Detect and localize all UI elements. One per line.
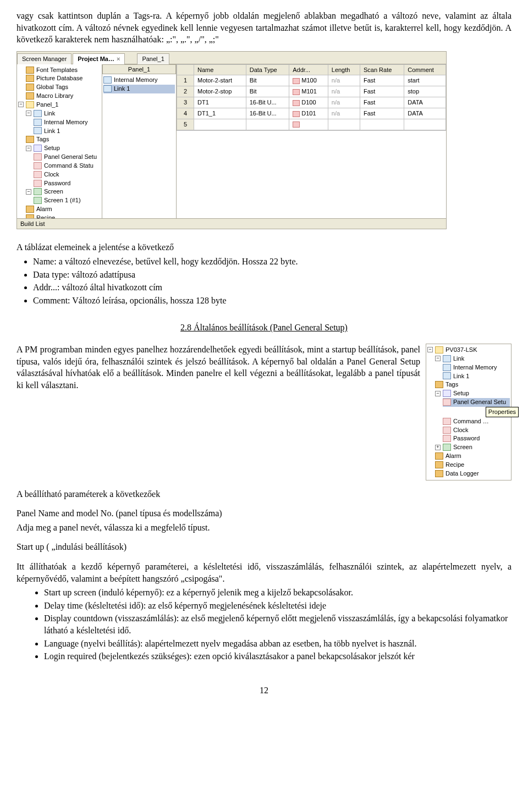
- tree-command-status[interactable]: Command & Statu: [34, 162, 101, 170]
- tree-link1[interactable]: Link 1: [34, 127, 101, 136]
- col-length[interactable]: Length: [328, 64, 360, 75]
- tree-alarm[interactable]: Alarm: [435, 452, 510, 461]
- tags-table-panel: Name Data Type Addr... Length Scan Rate …: [177, 64, 446, 218]
- addr-icon: [293, 100, 300, 106]
- tree-clock[interactable]: Clock: [443, 426, 510, 435]
- tree-alarm[interactable]: Alarm: [26, 205, 101, 214]
- tree-recipe[interactable]: Recipe: [435, 461, 510, 469]
- list-item: Comment: Változó leírása, opcionális, ho…: [33, 295, 512, 307]
- tree-command-status[interactable]: Command …: [443, 417, 510, 426]
- list-item: Delay time (késleltetési idő): az első k…: [44, 600, 512, 612]
- tree-recipe[interactable]: Recipe: [26, 214, 101, 218]
- tree-picture-db[interactable]: Picture Database: [26, 74, 101, 83]
- startup-heading: Start up ( „indulási beállítások): [16, 541, 512, 553]
- col-addr[interactable]: Addr...: [289, 64, 328, 75]
- tree-macro-library[interactable]: Macro Library: [26, 92, 101, 101]
- tree-link[interactable]: −Link: [26, 109, 101, 118]
- link-link1[interactable]: Link 1: [103, 85, 175, 93]
- table-row[interactable]: 5: [177, 119, 446, 130]
- col-name[interactable]: Name: [194, 64, 246, 75]
- tree-global-tags[interactable]: Global Tags: [26, 83, 101, 92]
- tree-font-templates[interactable]: Font Templates: [26, 66, 101, 75]
- col-datatype[interactable]: Data Type: [246, 64, 289, 75]
- panel-name-body: Adja meg a panel nevét, válassza ki a me…: [16, 522, 512, 534]
- tree-link[interactable]: −Link: [435, 355, 510, 363]
- tree-screen1[interactable]: Screen 1 (#1): [34, 196, 101, 205]
- addr-icon: [293, 121, 300, 128]
- panel-name-heading: Panel Name and model No. (panel típusa é…: [16, 507, 512, 520]
- side-tree-screenshot: −PV037-LSK −Link Internal Memory Link 1 …: [426, 344, 512, 480]
- list-item: Data type: változó adattípusa: [33, 269, 512, 281]
- tags-table: Name Data Type Addr... Length Scan Rate …: [177, 64, 446, 130]
- tree-internal-memory[interactable]: Internal Memory: [443, 363, 510, 372]
- startup-options-list: Start up screen (induló képernyő): ez a …: [44, 587, 512, 662]
- page-number: 12: [16, 684, 512, 697]
- addr-icon: [293, 111, 300, 117]
- list-item: Login required (bejelentkezés szükséges)…: [44, 650, 512, 662]
- list-item: Display countdown (visszaszámlálás): az …: [44, 612, 512, 636]
- tree-setup[interactable]: −Setup: [26, 144, 101, 153]
- list1-intro: A táblázat elemeinek a jelentése a követ…: [16, 241, 512, 253]
- tab-project-manager[interactable]: Project Ma…×: [73, 53, 125, 64]
- table-row[interactable]: 4 DT1_116-Bit U... D101 n/aFastDATA: [177, 108, 446, 119]
- tree-data-logger[interactable]: Data Logger: [435, 469, 510, 478]
- tab-panel1[interactable]: Panel_1: [137, 53, 169, 64]
- tree-setup[interactable]: −Setup: [435, 389, 510, 398]
- params-intro: A beállítható paraméterek a következőek: [16, 488, 512, 500]
- main-screenshot: Screen Manager Project Ma…× Panel_1 Font…: [16, 51, 512, 230]
- tree-internal-memory[interactable]: Internal Memory: [34, 118, 101, 127]
- link-internal-memory[interactable]: Internal Memory: [103, 76, 175, 85]
- link-tree: Panel_1 Internal Memory Link 1: [102, 64, 177, 218]
- table-header-row: Name Data Type Addr... Length Scan Rate …: [177, 64, 446, 75]
- list-item: Start up screen (induló képernyő): ez a …: [44, 587, 512, 599]
- project-tree: Font Templates Picture Database Global T…: [17, 64, 102, 218]
- tree-tags[interactable]: Tags: [26, 135, 101, 144]
- tree-root[interactable]: −PV037-LSK: [427, 346, 510, 355]
- tree-panel-general-setup[interactable]: Panel General Setu: [443, 398, 510, 407]
- tree-link1[interactable]: Link 1: [443, 372, 510, 381]
- col-scanrate[interactable]: Scan Rate: [360, 64, 404, 75]
- tree-panel1[interactable]: −Panel_1: [18, 101, 101, 109]
- list-item: Addr...: változó által hivatkozott cím: [33, 281, 512, 294]
- tree-clock[interactable]: Clock: [34, 170, 101, 179]
- table-row[interactable]: 3 DT116-Bit U... D100 n/aFastDATA: [177, 97, 446, 108]
- tree-password[interactable]: Password: [34, 179, 101, 188]
- tree-password[interactable]: Password: [443, 434, 510, 443]
- startup-body: Itt állíthatóak a kezdő képernyő paramét…: [16, 561, 512, 584]
- table-fields-list: Name: a változó elnevezése, betűvel kell…: [33, 256, 512, 306]
- addr-icon: [293, 89, 300, 95]
- pm-paragraph: A PM programban minden egyes panelhez ho…: [16, 344, 420, 391]
- close-icon[interactable]: ×: [117, 56, 120, 62]
- table-row[interactable]: 1 Motor-2-startBit M100 n/aFaststart: [177, 75, 446, 86]
- tree-tags[interactable]: Tags: [435, 380, 510, 389]
- build-list-footer: Build List: [17, 218, 446, 229]
- tree-screen[interactable]: +Screen: [435, 443, 510, 452]
- tree-panel-general-setup[interactable]: Panel General Setu: [34, 153, 101, 162]
- intro-paragraph: vagy csak kattintson duplán a Tags-ra. A…: [16, 10, 512, 46]
- tab-bar: Screen Manager Project Ma…× Panel_1: [17, 52, 446, 64]
- tab-screen-manager[interactable]: Screen Manager: [17, 53, 72, 64]
- link-tree-header: Panel_1: [102, 64, 176, 75]
- addr-icon: [293, 78, 300, 84]
- tooltip-properties: Properties: [486, 407, 519, 417]
- section-heading: 2.8 Általános beállítások (Panel General…: [16, 322, 512, 334]
- list-item: Language (nyelvi beállítás): alapértelme…: [44, 638, 512, 650]
- table-row[interactable]: 2 Motor-2-stopBit M101 n/aFaststop: [177, 86, 446, 97]
- col-comment[interactable]: Comment: [404, 64, 446, 75]
- tree-screen[interactable]: −Screen: [26, 187, 101, 196]
- list-item: Name: a változó elnevezése, betűvel kell…: [33, 256, 512, 268]
